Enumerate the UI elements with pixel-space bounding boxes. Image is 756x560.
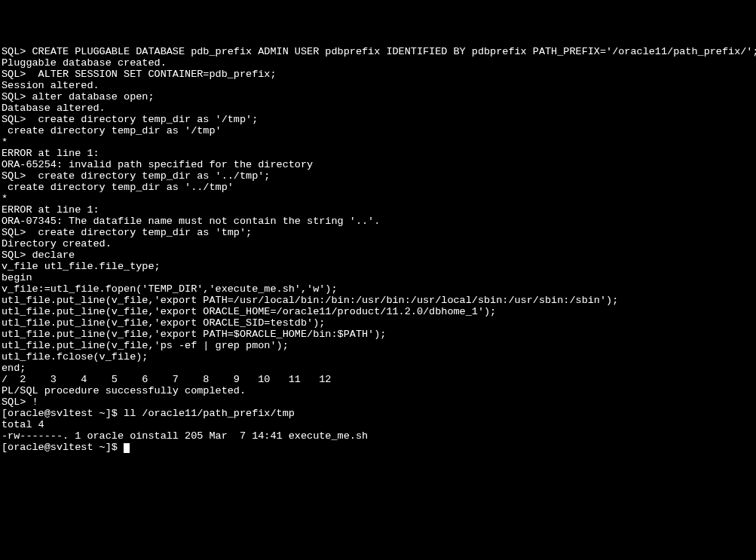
terminal-line: SQL> declare (2, 249, 754, 261)
terminal-line: v_file utl_file.file_type; (2, 261, 754, 272)
terminal-prompt-line: [oracle@svltest ~]$ (2, 442, 754, 453)
terminal-line: ERROR at line 1: (2, 204, 754, 216)
terminal-line: ERROR at line 1: (2, 148, 754, 159)
terminal-line: begin (2, 272, 754, 283)
terminal-line: utl_file.put_line(v_file,'export ORACLE_… (2, 317, 754, 329)
terminal-line: create directory temp_dir as '../tmp' (2, 182, 754, 193)
terminal-line: SQL> create directory temp_dir as 'tmp'; (2, 227, 754, 238)
cursor-icon (124, 443, 130, 453)
terminal-line: utl_file.put_line(v_file,'ps -ef | grep … (2, 340, 754, 351)
terminal-line: / 2 3 4 5 6 7 8 9 10 11 12 (2, 374, 754, 385)
terminal-output[interactable]: SQL> CREATE PLUGGABLE DATABASE pdb_prefi… (2, 46, 754, 453)
shell-prompt: [oracle@svltest ~]$ (2, 442, 124, 453)
terminal-line: * (2, 193, 754, 204)
terminal-line: total 4 (2, 419, 754, 430)
terminal-line: -rw-------. 1 oracle oinstall 205 Mar 7 … (2, 430, 754, 442)
terminal-line: SQL> ! (2, 396, 754, 408)
terminal-line: * (2, 136, 754, 148)
terminal-line: v_file:=utl_file.fopen('TEMP_DIR','execu… (2, 283, 754, 295)
terminal-line: end; (2, 363, 754, 374)
terminal-line: Pluggable database created. (2, 57, 754, 69)
terminal-line: [oracle@svltest ~]$ ll /oracle11/path_pr… (2, 408, 754, 419)
terminal-line: ORA-65254: invalid path specified for th… (2, 159, 754, 170)
terminal-line: Directory created. (2, 238, 754, 249)
terminal-line: SQL> CREATE PLUGGABLE DATABASE pdb_prefi… (2, 46, 754, 57)
terminal-line: Session altered. (2, 80, 754, 91)
terminal-line: utl_file.put_line(v_file,'export PATH=/u… (2, 295, 754, 306)
terminal-line: ORA-07345: The datafile name must not co… (2, 216, 754, 227)
terminal-line: PL/SQL procedure successfully completed. (2, 385, 754, 396)
terminal-line: SQL> alter database open; (2, 91, 754, 103)
terminal-line: create directory temp_dir as '/tmp' (2, 125, 754, 136)
terminal-line: SQL> create directory temp_dir as '/tmp'… (2, 114, 754, 125)
terminal-line: utl_file.put_line(v_file,'export ORACLE_… (2, 306, 754, 317)
terminal-line: SQL> create directory temp_dir as '../tm… (2, 170, 754, 182)
terminal-line: SQL> ALTER SESSION SET CONTAINER=pdb_pre… (2, 69, 754, 80)
terminal-line: utl_file.put_line(v_file,'export PATH=$O… (2, 329, 754, 340)
terminal-line: utl_file.fclose(v_file); (2, 351, 754, 363)
terminal-line: Database altered. (2, 103, 754, 114)
